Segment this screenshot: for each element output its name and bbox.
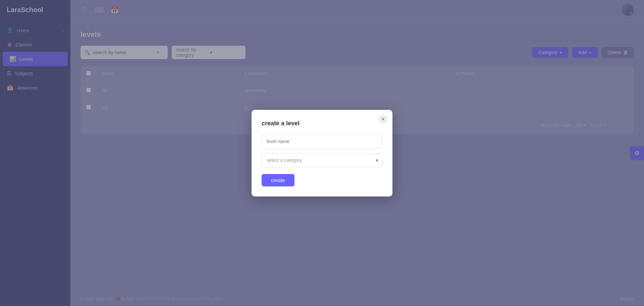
create-level-modal: create a level ✕ select a category secon… — [252, 110, 392, 196]
category-select-wrapper: select a category secondary primary pres… — [262, 153, 382, 167]
level-name-input[interactable] — [262, 134, 382, 148]
modal-title: create a level — [262, 120, 382, 127]
category-dropdown[interactable]: select a category secondary primary pres… — [262, 153, 382, 167]
create-level-button[interactable]: create — [262, 174, 294, 186]
modal-overlay[interactable]: create a level ✕ select a category secon… — [0, 0, 644, 306]
modal-close-button[interactable]: ✕ — [378, 115, 388, 124]
